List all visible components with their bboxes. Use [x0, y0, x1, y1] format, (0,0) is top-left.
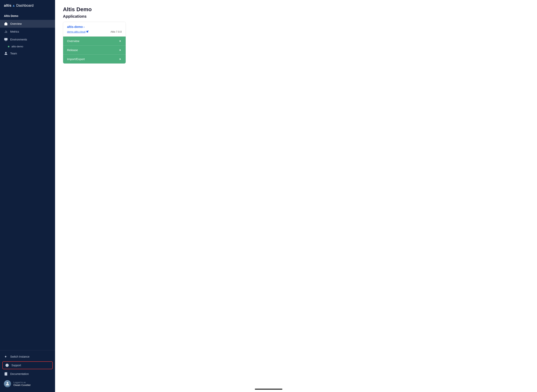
sidebar-item-team[interactable]: Team — [0, 50, 55, 57]
sidebar-item-environments[interactable]: Environments — [0, 36, 55, 43]
app-name-link[interactable]: altis-demo › — [67, 25, 122, 29]
user-name: Owain Cuvelier — [13, 383, 31, 387]
altis-logo: altis — [4, 4, 15, 8]
app-url: demo.altis.cloud — [67, 30, 85, 33]
switch-instance-button[interactable]: Switch Instance — [0, 353, 55, 361]
documentation-label: Documentation — [10, 372, 29, 375]
page-title: Altis Demo — [63, 6, 529, 13]
sidebar-header: altis Dashboard — [0, 0, 55, 11]
app-name: altis-demo — [67, 25, 83, 29]
chevron-icon: › — [84, 25, 85, 28]
logo-text: altis — [4, 4, 12, 8]
support-label: Support — [11, 364, 21, 367]
app-url-link[interactable]: demo.altis.cloud — [67, 30, 89, 33]
svg-point-6 — [5, 52, 6, 53]
app-card-meta: demo.altis.cloud Altis 7.0.0 — [67, 30, 122, 33]
sidebar-nav: Overview Metrics Environme — [0, 19, 55, 58]
app-menu: Overview Release Import/Export — [63, 37, 126, 63]
sidebar-item-overview-label: Overview — [10, 22, 22, 25]
metrics-icon — [4, 30, 8, 34]
app-card-header: altis-demo › demo.altis.cloud Altis 7.0.… — [63, 22, 126, 37]
logo-badge-triangle — [13, 5, 15, 7]
user-info: Logged in as Owain Cuvelier — [13, 381, 31, 387]
scroll-indicator — [255, 389, 282, 390]
environments-icon — [4, 37, 8, 42]
app-card: altis-demo › demo.altis.cloud Altis 7.0.… — [63, 22, 126, 64]
app-menu-item-overview[interactable]: Overview — [63, 37, 126, 46]
avatar-initials — [4, 380, 11, 387]
app-menu-item-release[interactable]: Release — [63, 46, 126, 55]
documentation-button[interactable]: Documentation — [0, 370, 55, 378]
help-circle-icon — [5, 363, 9, 367]
switch-instance-label: Switch Instance — [10, 355, 29, 358]
app-menu-overview-label: Overview — [67, 39, 80, 43]
app-version: Altis 7.0.0 — [110, 30, 122, 33]
sidebar-bottom: Switch Instance Support Documentation — [0, 350, 55, 392]
sidebar: altis Dashboard Altis Demo Overview — [0, 0, 55, 392]
home-icon — [4, 22, 8, 26]
sidebar-item-metrics-label: Metrics — [10, 30, 19, 33]
sidebar-sub-item-altis-demo[interactable]: altis-demo — [0, 43, 55, 50]
user-section: Logged in as Owain Cuvelier — [0, 378, 55, 390]
arrow-left-icon — [4, 355, 8, 359]
sidebar-item-metrics[interactable]: Metrics — [0, 28, 55, 36]
sidebar-section-title: Altis Demo — [0, 11, 55, 19]
sidebar-sub-item-altis-demo-label: altis-demo — [11, 45, 23, 48]
chevron-right-icon-overview — [118, 39, 122, 43]
svg-rect-3 — [5, 38, 7, 40]
dashboard-label: Dashboard — [16, 4, 34, 8]
sidebar-item-overview[interactable]: Overview — [0, 20, 55, 28]
env-status-dot — [8, 46, 9, 47]
sidebar-item-team-label: Team — [10, 52, 17, 55]
sidebar-item-environments-label: Environments — [10, 38, 27, 41]
app-menu-import-export-label: Import/Export — [67, 57, 85, 61]
app-menu-item-import-export[interactable]: Import/Export — [63, 55, 126, 63]
app-menu-release-label: Release — [67, 48, 78, 52]
support-button[interactable]: Support — [2, 361, 53, 369]
avatar — [4, 380, 11, 387]
person-icon — [4, 51, 8, 56]
external-link-icon — [86, 30, 89, 33]
chevron-right-icon-release — [118, 49, 122, 52]
section-title: Applications — [63, 14, 529, 19]
chevron-right-icon-import-export — [118, 58, 122, 61]
book-icon — [4, 372, 8, 376]
logged-in-as-label: Logged in as — [13, 381, 31, 383]
main-content: Altis Demo Applications altis-demo › dem… — [55, 0, 537, 392]
